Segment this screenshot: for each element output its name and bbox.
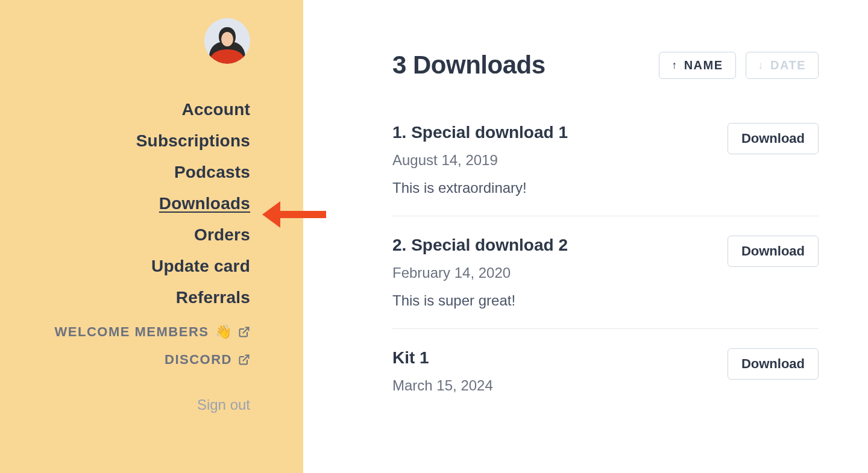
sign-out-link[interactable]: Sign out xyxy=(197,396,250,413)
annotation-arrow xyxy=(262,200,326,229)
svg-line-3 xyxy=(243,356,248,361)
download-button[interactable]: Download xyxy=(728,236,819,267)
svg-point-1 xyxy=(221,32,233,46)
sidebar-item-podcasts[interactable]: Podcasts xyxy=(174,163,250,182)
avatar[interactable] xyxy=(204,18,250,64)
download-item: 1. Special download 1 August 14, 2019 Th… xyxy=(392,123,819,216)
svg-line-2 xyxy=(243,328,248,333)
sidebar-item-update-card[interactable]: Update card xyxy=(151,257,250,276)
wave-icon: 👋 xyxy=(215,324,233,340)
sidebar-nav: Account Subscriptions Podcasts Downloads… xyxy=(136,100,250,307)
download-date: March 15, 2024 xyxy=(392,377,493,394)
sidebar-link-label: DISCORD xyxy=(165,352,232,368)
sidebar-external-links: WELCOME MEMBERS 👋 DISCORD xyxy=(55,324,250,368)
sidebar-item-account[interactable]: Account xyxy=(182,100,250,119)
page-header: 3 Downloads ↑ NAME ↓ DATE xyxy=(392,51,819,80)
sort-label: NAME xyxy=(684,58,723,72)
download-description: This is super great! xyxy=(392,292,568,309)
sidebar-item-orders[interactable]: Orders xyxy=(194,225,250,245)
page-title: 3 Downloads xyxy=(392,51,546,80)
sidebar-link-label: WELCOME MEMBERS xyxy=(55,324,209,340)
sort-by-date-button[interactable]: ↓ DATE xyxy=(746,52,819,79)
sort-label: DATE xyxy=(770,58,806,72)
download-item: 2. Special download 2 February 14, 2020 … xyxy=(392,216,819,328)
external-link-icon xyxy=(238,354,250,366)
sort-by-name-button[interactable]: ↑ NAME xyxy=(659,52,735,79)
download-item: Kit 1 March 15, 2024 Download xyxy=(392,328,819,413)
arrow-up-icon: ↑ xyxy=(671,59,678,72)
download-button[interactable]: Download xyxy=(728,123,819,154)
download-title: 2. Special download 2 xyxy=(392,236,568,255)
downloads-list: 1. Special download 1 August 14, 2019 Th… xyxy=(392,123,819,413)
arrow-down-icon: ↓ xyxy=(758,59,765,72)
download-title: 1. Special download 1 xyxy=(392,123,568,142)
download-description: This is extraordinary! xyxy=(392,180,568,196)
download-date: February 14, 2020 xyxy=(392,265,568,281)
avatar-image xyxy=(204,18,250,64)
sidebar-item-referrals[interactable]: Referrals xyxy=(176,288,250,307)
main-content: 3 Downloads ↑ NAME ↓ DATE 1. Special dow… xyxy=(303,0,868,473)
download-date: August 14, 2019 xyxy=(392,152,568,169)
sidebar-item-downloads[interactable]: Downloads xyxy=(159,194,250,213)
sort-controls: ↑ NAME ↓ DATE xyxy=(659,52,819,79)
sidebar-item-subscriptions[interactable]: Subscriptions xyxy=(136,131,250,151)
download-button[interactable]: Download xyxy=(728,348,819,380)
sidebar: Account Subscriptions Podcasts Downloads… xyxy=(0,0,303,473)
arrow-left-icon xyxy=(262,200,326,229)
download-title: Kit 1 xyxy=(392,348,493,368)
sidebar-link-welcome-members[interactable]: WELCOME MEMBERS 👋 xyxy=(55,324,250,340)
sidebar-link-discord[interactable]: DISCORD xyxy=(165,352,250,368)
external-link-icon xyxy=(238,326,250,338)
